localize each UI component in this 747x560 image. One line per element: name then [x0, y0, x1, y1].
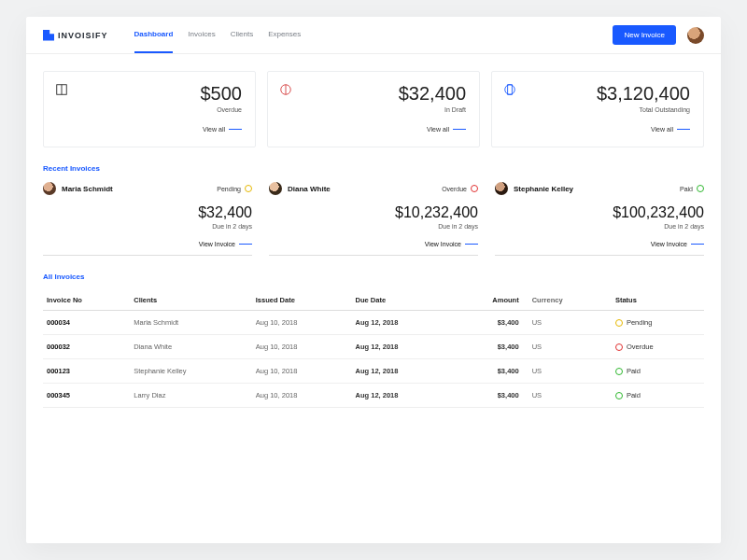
cell-due: Aug 12, 2018	[352, 359, 454, 384]
summary-label: Overdue	[57, 106, 242, 113]
nav-dashboard[interactable]: Dashboard	[134, 17, 174, 53]
link-dash-icon	[691, 244, 704, 245]
status-badge: Paid	[680, 185, 704, 192]
status-overdue-icon	[471, 185, 478, 192]
cell-amount: $3,400	[454, 384, 523, 408]
recent-name: Maria Schmidt	[62, 185, 113, 193]
cell-currency: US	[523, 335, 612, 359]
table-row[interactable]: 000034 Maria Schmidt Aug 10, 2018 Aug 12…	[43, 311, 704, 335]
status-paid-icon	[615, 368, 623, 375]
summary-view-all[interactable]: View all	[57, 126, 242, 133]
table-row[interactable]: 000345 Larry Diaz Aug 10, 2018 Aug 12, 2…	[43, 384, 704, 408]
recent-due: Due in 2 days	[43, 223, 252, 230]
recent-due: Due in 2 days	[495, 223, 704, 230]
summary-view-all[interactable]: View all	[505, 126, 690, 133]
recent-person[interactable]: Stephanie Kelley	[495, 182, 573, 195]
cell-client: Stephanie Kelley	[130, 359, 252, 384]
cell-amount: $3,400	[454, 359, 523, 384]
summary-card-draft: $32,400 In Draft View all	[267, 71, 480, 147]
link-dash-icon	[239, 244, 252, 245]
overdue-icon	[55, 83, 68, 96]
cell-due: Aug 12, 2018	[352, 335, 454, 359]
summary-amount: $500	[57, 83, 242, 105]
recent-invoices-title: Recent Invoices	[43, 164, 704, 173]
table-row[interactable]: 000123 Stephanie Kelley Aug 10, 2018 Aug…	[43, 359, 704, 384]
cell-issued: Aug 10, 2018	[252, 311, 352, 335]
th-currency[interactable]: Currency	[523, 290, 612, 311]
app-frame: INVOISIFY Dashboard Invoices Clients Exp…	[26, 17, 721, 543]
cell-invoice-no: 000123	[43, 359, 130, 384]
recent-invoice-card: Maria Schmidt Pending $32,400 Due in 2 d…	[43, 182, 252, 256]
cell-due: Aug 12, 2018	[352, 311, 454, 335]
cell-status: Pending	[612, 311, 704, 335]
table-header-row: Invoice No Clients Issued Date Due Date …	[43, 290, 704, 311]
th-clients[interactable]: Clients	[130, 290, 252, 311]
th-amount[interactable]: Amount	[454, 290, 523, 311]
cell-client: Larry Diaz	[130, 384, 252, 408]
th-due[interactable]: Due Date	[352, 290, 454, 311]
view-invoice-link[interactable]: View Invoice	[495, 241, 704, 247]
cell-invoice-no: 000345	[43, 384, 130, 408]
status-pending-icon	[245, 185, 252, 192]
nav-expenses[interactable]: Expenses	[268, 17, 301, 53]
nav-clients[interactable]: Clients	[231, 17, 253, 53]
logo[interactable]: INVOISIFY	[43, 30, 108, 41]
summary-amount: $32,400	[281, 83, 466, 105]
summary-view-all[interactable]: View all	[281, 126, 466, 133]
cell-issued: Aug 10, 2018	[252, 384, 352, 408]
th-issued[interactable]: Issued Date	[252, 290, 352, 311]
summary-amount: $3,120,400	[505, 83, 690, 105]
logo-mark-icon	[43, 30, 54, 41]
cell-amount: $3,400	[454, 311, 523, 335]
outstanding-icon	[503, 83, 516, 96]
recent-due: Due in 2 days	[269, 223, 478, 230]
cell-currency: US	[523, 384, 612, 408]
summary-card-outstanding: $3,120,400 Total Outstanding View all	[491, 71, 704, 147]
th-invoice-no[interactable]: Invoice No	[43, 290, 130, 311]
cell-currency: US	[523, 359, 612, 384]
user-avatar[interactable]	[687, 27, 704, 44]
recent-person[interactable]: Diana White	[269, 182, 331, 195]
recent-person[interactable]: Maria Schmidt	[43, 182, 113, 195]
cell-issued: Aug 10, 2018	[252, 359, 352, 384]
recent-name: Diana White	[288, 185, 331, 193]
cell-status: Paid	[612, 384, 704, 408]
recent-amount: $100,232,400	[495, 204, 704, 221]
avatar-icon	[43, 182, 56, 195]
status-overdue-icon	[615, 343, 623, 351]
content: $500 Overdue View all $32,400 In Draft V…	[26, 54, 721, 425]
link-dash-icon	[229, 129, 242, 131]
link-dash-icon	[465, 244, 478, 245]
summary-card-overdue: $500 Overdue View all	[43, 71, 256, 147]
cell-amount: $3,400	[454, 335, 523, 359]
link-dash-icon	[453, 129, 466, 131]
cell-status: Overdue	[612, 335, 704, 359]
all-invoices-title: All Invoices	[43, 273, 704, 281]
svg-rect-5	[508, 85, 513, 95]
cell-currency: US	[523, 311, 612, 335]
cell-due: Aug 12, 2018	[352, 384, 454, 408]
cell-invoice-no: 000034	[43, 311, 130, 335]
new-invoice-button[interactable]: New Invoice	[613, 25, 676, 45]
status-pending-icon	[615, 319, 623, 327]
table-row[interactable]: 000032 Diana White Aug 10, 2018 Aug 12, …	[43, 335, 704, 359]
th-status[interactable]: Status	[612, 290, 704, 311]
recent-amount: $32,400	[43, 204, 252, 221]
nav: Dashboard Invoices Clients Expenses	[134, 17, 302, 53]
recent-amount: $10,232,400	[269, 204, 478, 221]
cell-status: Paid	[612, 359, 704, 384]
view-invoice-link[interactable]: View Invoice	[269, 241, 478, 247]
header: INVOISIFY Dashboard Invoices Clients Exp…	[26, 17, 721, 54]
view-invoice-link[interactable]: View Invoice	[43, 241, 252, 247]
status-badge: Overdue	[442, 185, 478, 192]
logo-text: INVOISIFY	[58, 31, 108, 40]
cell-issued: Aug 10, 2018	[252, 335, 352, 359]
recent-name: Stephanie Kelley	[514, 185, 573, 193]
avatar-icon	[495, 182, 508, 195]
invoices-table: Invoice No Clients Issued Date Due Date …	[43, 290, 704, 408]
cell-client: Maria Schmidt	[130, 311, 252, 335]
nav-invoices[interactable]: Invoices	[188, 17, 215, 53]
avatar-icon	[269, 182, 282, 195]
status-paid-icon	[615, 392, 623, 399]
svg-point-4	[505, 85, 515, 95]
